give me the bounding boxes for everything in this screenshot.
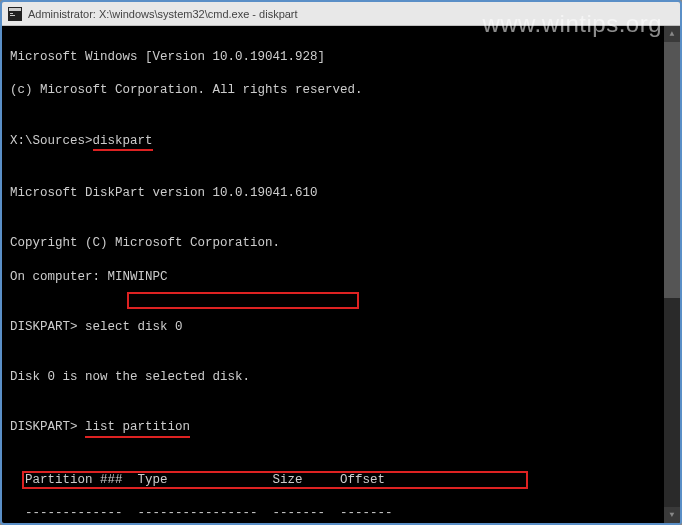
prompt: DISKPART> (10, 420, 85, 434)
partition-divider: ------------- ---------------- ------- -… (10, 505, 672, 522)
command-line: X:\Sources>diskpart (10, 133, 672, 152)
output-line: On computer: MINWINPC (10, 269, 672, 286)
svg-rect-2 (10, 13, 13, 14)
scroll-track[interactable] (664, 42, 680, 507)
window-titlebar: Administrator: X:\windows\system32\cmd.e… (2, 2, 680, 26)
highlight-partition-1 (127, 292, 359, 309)
svg-rect-3 (10, 15, 15, 16)
output-line: Microsoft DiskPart version 10.0.19041.61… (10, 185, 672, 202)
output-line: Disk 0 is now the selected disk. (10, 369, 672, 386)
prompt: X:\Sources> (10, 134, 93, 148)
output-line: Microsoft Windows [Version 10.0.19041.92… (10, 49, 672, 66)
cmd-icon (8, 7, 22, 21)
cmd-list-partition: list partition (85, 419, 190, 438)
scroll-down-button[interactable]: ▼ (664, 507, 680, 523)
prompt: DISKPART> (10, 320, 85, 334)
output-line: (c) Microsoft Corporation. All rights re… (10, 82, 672, 99)
window-title: Administrator: X:\windows\system32\cmd.e… (28, 8, 298, 20)
command-line: DISKPART> list partition (10, 419, 672, 438)
console-area[interactable]: Microsoft Windows [Version 10.0.19041.92… (2, 26, 680, 523)
partition-header: Partition ### Type Size Offset (10, 472, 672, 489)
cmd-diskpart: diskpart (93, 133, 153, 152)
scroll-thumb[interactable] (664, 42, 680, 298)
vertical-scrollbar[interactable]: ▲ ▼ (664, 26, 680, 523)
command-line: DISKPART> select disk 0 (10, 319, 672, 336)
cmd-select-disk: select disk 0 (85, 320, 183, 334)
svg-rect-1 (9, 8, 21, 11)
scroll-up-button[interactable]: ▲ (664, 26, 680, 42)
output-line: Copyright (C) Microsoft Corporation. (10, 235, 672, 252)
